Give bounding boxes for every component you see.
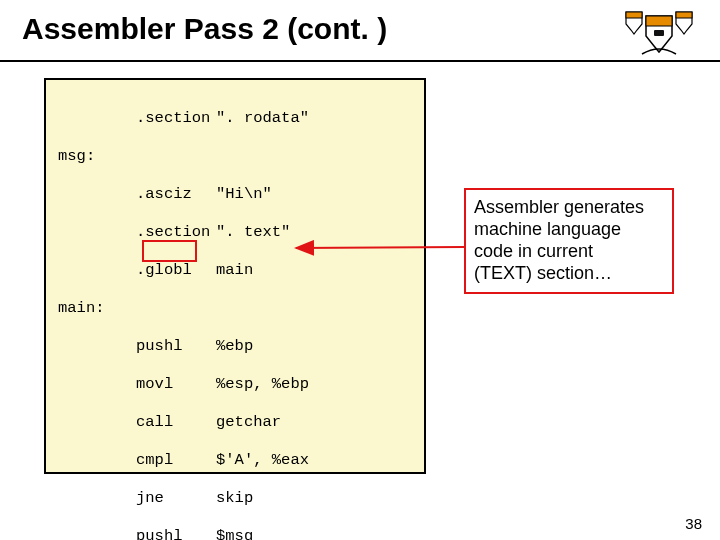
title-rule [0,60,720,62]
callout-line: Assembler generates [474,196,664,218]
assembly-listing: .section". rodata" msg: .asciz"Hi\n" .se… [58,90,414,540]
code-panel: .section". rodata" msg: .asciz"Hi\n" .se… [44,78,426,474]
callout-line: (TEXT) section… [474,262,664,284]
callout-box: Assembler generates machine language cod… [464,188,674,294]
princeton-crest-icon [624,10,694,58]
callout-line: code in current [474,240,664,262]
svg-rect-0 [626,12,642,18]
callout-line: machine language [474,218,664,240]
svg-rect-2 [646,16,672,26]
slide: Assembler Pass 2 (cont. ) .section". rod… [0,0,720,540]
page-number: 38 [685,515,702,532]
page-title: Assembler Pass 2 (cont. ) [22,12,387,46]
highlight-box [142,240,197,262]
svg-rect-1 [676,12,692,18]
svg-rect-3 [654,30,664,36]
